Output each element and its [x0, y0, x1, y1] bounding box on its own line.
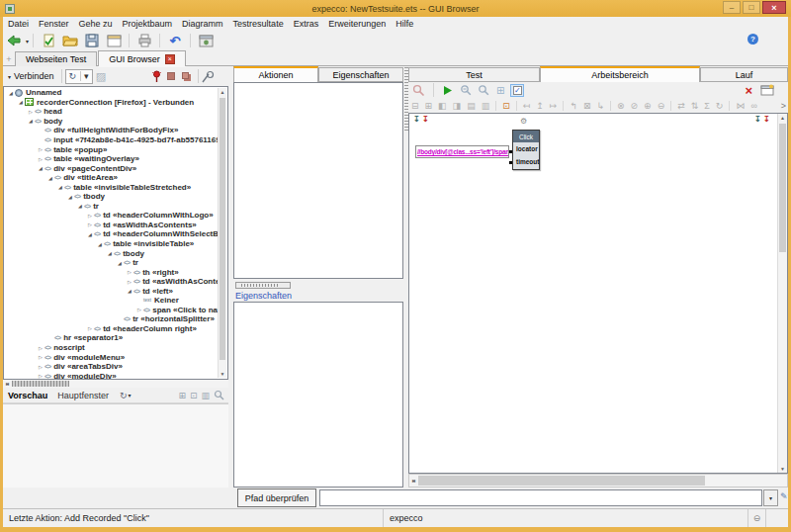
zoom-in-icon[interactable]: [460, 84, 472, 96]
tree-expander-icon[interactable]: ◢: [76, 203, 84, 209]
close-button[interactable]: ×: [762, 1, 786, 14]
close-tab-icon[interactable]: ×: [165, 54, 175, 64]
connect-menu-button[interactable]: ▾ Verbinden: [3, 68, 58, 84]
tree-row[interactable]: ◢<>div «titleArea»: [4, 173, 219, 183]
tree-expander-icon[interactable]: ◢: [86, 231, 94, 237]
tree-expander-icon[interactable]: ▷: [86, 213, 94, 219]
tree-row[interactable]: ▷<>table «waitingOverlay»: [4, 154, 219, 164]
new-window-icon[interactable]: [105, 33, 123, 49]
tab-aktionen[interactable]: Aktionen: [233, 66, 318, 82]
tree-row[interactable]: ◢Unnamed: [4, 88, 219, 98]
tree-expander-icon[interactable]: ▷: [37, 146, 44, 152]
minimize-button[interactable]: –: [723, 1, 741, 14]
maximize-button[interactable]: □: [743, 1, 760, 14]
tree-expander-icon[interactable]: ▷: [86, 222, 94, 227]
grid-icon[interactable]: ⊞: [178, 391, 186, 400]
window-split-icon[interactable]: ⊞: [425, 100, 433, 112]
sum-icon[interactable]: Σ: [704, 100, 710, 112]
arrow-up-icon[interactable]: ↥: [536, 100, 544, 112]
scroll-right-icon[interactable]: ►: [3, 380, 12, 388]
tab-test[interactable]: Test: [408, 67, 540, 82]
resize-box-icon[interactable]: ⊠: [583, 100, 591, 112]
element-picker-icon[interactable]: [202, 70, 215, 83]
tab-eigenschaften[interactable]: Eigenschaften: [318, 67, 403, 82]
back-dropdown-icon[interactable]: ▾: [26, 38, 29, 44]
actions-list[interactable]: [233, 82, 403, 279]
window-rows-icon[interactable]: ▤: [467, 100, 476, 112]
tab-lauf[interactable]: Lauf: [700, 67, 788, 82]
exception-pin-icon[interactable]: ↧: [422, 116, 429, 124]
preview-refresh-dropdown-icon[interactable]: ▾: [128, 392, 131, 399]
tree-row[interactable]: textKeiner: [4, 296, 219, 306]
menu-fenster[interactable]: Fenster: [34, 19, 74, 29]
menu-testresultate[interactable]: Testresultate: [228, 19, 289, 29]
tree-expander-icon[interactable]: ▷: [37, 156, 44, 162]
tree-expander-icon[interactable]: ▷: [27, 109, 35, 115]
pin-slash-icon[interactable]: ⊘: [631, 100, 639, 112]
tree-row[interactable]: ▷<>table «popup»: [4, 144, 219, 154]
tab-arbeitsbereich[interactable]: Arbeitsbereich: [540, 66, 700, 82]
undo-icon[interactable]: ↶: [166, 33, 184, 49]
tree-expander-icon[interactable]: ▷: [37, 364, 44, 370]
scrollbar-thumb[interactable]: [418, 476, 705, 486]
tree-row[interactable]: ▷<>td «headerColumn right»: [4, 324, 219, 334]
tree-expander-icon[interactable]: ◢: [66, 194, 74, 200]
tree-expander-icon[interactable]: ◢: [96, 241, 104, 247]
toolbar-overflow-icon[interactable]: >: [781, 101, 786, 111]
scroll-up-icon[interactable]: ▲: [219, 88, 226, 96]
scrollbar-thumb[interactable]: [220, 98, 225, 360]
path-dropdown-button[interactable]: ▾: [763, 489, 778, 506]
canvas-horizontal-scrollbar[interactable]: ◄ ►: [408, 474, 788, 488]
tree-expander-icon[interactable]: ▷: [135, 307, 143, 312]
back-button[interactable]: [5, 33, 23, 49]
error-pin-icon[interactable]: ↧: [763, 116, 770, 124]
block-pin-timeout[interactable]: timeout: [513, 155, 539, 168]
swap-horizontal-icon[interactable]: ⇄: [677, 100, 685, 112]
tree-row[interactable]: ◢recorderConnection [Firefox] - Verbunde…: [4, 98, 219, 108]
window-left-icon[interactable]: ◧: [438, 100, 447, 112]
accept-document-icon[interactable]: [40, 33, 57, 49]
click-action-block[interactable]: Click locator timeout: [512, 130, 540, 170]
scroll-up-icon[interactable]: ▲: [778, 114, 787, 122]
columns-icon[interactable]: ▥: [201, 391, 210, 400]
scrollbar-thumb[interactable]: [779, 124, 786, 252]
refresh-dropdown-icon[interactable]: ▾: [80, 71, 92, 81]
tree-row[interactable]: <>tr «horizontalSplitter»: [4, 314, 219, 324]
refresh-button-group[interactable]: ↻ ▾: [65, 69, 93, 84]
preview-refresh-icon[interactable]: ↻: [120, 391, 128, 400]
tree-row[interactable]: <>div «fullHeightWidthForBodyFix»: [4, 126, 219, 135]
tree-expander-icon[interactable]: ◢: [106, 250, 114, 256]
scrollbar-thumb[interactable]: [12, 381, 69, 387]
delete-icon[interactable]: ×: [745, 84, 752, 97]
tree-row[interactable]: ◢<>tbody: [4, 192, 219, 202]
input-pin-icon[interactable]: ↧: [413, 116, 420, 124]
tree-row[interactable]: <>hr «separator1»: [4, 333, 219, 343]
zoom-out-icon[interactable]: [478, 84, 489, 96]
tab-gui-browser[interactable]: GUI Browser×: [98, 50, 186, 66]
stop-all-icon[interactable]: [182, 72, 189, 79]
snap-toggle-button[interactable]: ✓: [510, 84, 524, 97]
tree-expander-icon[interactable]: ◢: [126, 288, 133, 294]
tree-horizontal-scrollbar[interactable]: ◄ ►: [3, 380, 228, 388]
tree-row[interactable]: ◢<>body: [4, 117, 219, 127]
search-icon[interactable]: [412, 84, 425, 97]
menu-datei[interactable]: Datei: [3, 19, 34, 29]
arrow-left-icon[interactable]: ↤: [523, 100, 531, 112]
chain-icon[interactable]: ∞: [750, 100, 756, 112]
screenshot-icon[interactable]: ▨: [96, 70, 106, 83]
print-icon[interactable]: [135, 33, 153, 49]
tree-row[interactable]: ◢<>div «pageContentDiv»: [4, 163, 219, 173]
tree-expander-icon[interactable]: ▷: [37, 345, 44, 351]
pin-minus-icon[interactable]: ⊖: [658, 100, 665, 112]
magnifier-icon[interactable]: [214, 390, 224, 400]
tree-expander-icon[interactable]: ◢: [17, 99, 25, 105]
join-icon[interactable]: ⋈: [736, 100, 745, 112]
swap-vertical-icon[interactable]: ⇅: [691, 100, 699, 112]
connect-corner-icon[interactable]: ↰: [570, 100, 577, 112]
tree-row[interactable]: ▷<>span «Click to navigate to the lo: [4, 306, 219, 315]
tree-row[interactable]: ◢<>table «invisibleTable»: [4, 239, 219, 249]
tree-row[interactable]: ▷<>div «moduleMenu»: [4, 352, 219, 362]
tree-expander-icon[interactable]: ◢: [7, 90, 15, 96]
tree-row[interactable]: ▷<>div «areaTabsDiv»: [4, 362, 219, 372]
tree-expander-icon[interactable]: ◢: [37, 165, 44, 171]
